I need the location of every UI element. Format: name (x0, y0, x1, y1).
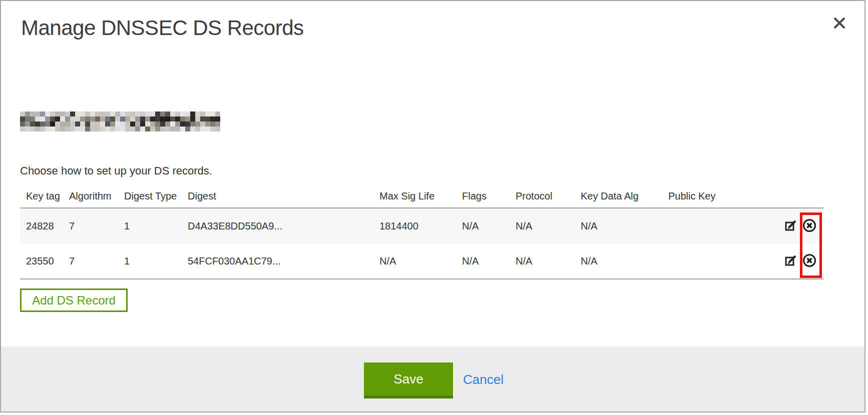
cell-protocol: N/A (516, 256, 581, 267)
cell-algorithm: 7 (69, 256, 124, 267)
column-header-algorithm: Algorithm (69, 190, 124, 202)
close-icon (832, 24, 847, 32)
edit-record-button[interactable] (784, 254, 798, 268)
cell-digest-type: 1 (124, 220, 188, 232)
cell-protocol: N/A (516, 220, 581, 232)
cell-max-sig-life: 1814400 (379, 220, 462, 232)
cell-key-data-alg: N/A (581, 220, 668, 232)
cancel-link[interactable]: Cancel (463, 372, 504, 388)
edit-record-button[interactable] (784, 220, 798, 234)
column-header-max-sig-life: Max Sig Life (379, 190, 462, 202)
cell-key-data-alg: N/A (581, 256, 668, 267)
delete-record-button[interactable] (802, 220, 816, 234)
column-header-flags: Flags (462, 190, 516, 202)
add-ds-record-button[interactable]: Add DS Record (20, 288, 128, 312)
cell-flags: N/A (462, 220, 516, 232)
edit-icon (785, 254, 797, 268)
cell-digest-type: 1 (124, 256, 188, 267)
ds-records-table: Key tag Algorithm Digest Type Digest Max… (20, 185, 823, 280)
page-title: Manage DNSSEC DS Records (21, 16, 304, 40)
column-header-digest: Digest (188, 190, 379, 202)
table-row: 24828 7 1 D4A33E8DD550A9... 1814400 N/A … (20, 208, 823, 244)
delete-circle-x-icon (802, 218, 816, 234)
dialog-footer: Save Cancel (1, 346, 864, 412)
cell-key-tag: 24828 (20, 220, 69, 232)
cell-flags: N/A (462, 256, 516, 267)
column-header-protocol: Protocol (516, 190, 581, 202)
close-button[interactable] (831, 15, 848, 32)
column-header-public-key: Public Key (668, 190, 776, 202)
table-header-row: Key tag Algorithm Digest Type Digest Max… (20, 185, 823, 208)
edit-icon (785, 220, 797, 234)
cell-digest: 54FCF030AA1C79... (188, 256, 379, 267)
column-header-key-data-alg: Key Data Alg (581, 190, 668, 202)
delete-record-button[interactable] (802, 254, 816, 268)
cell-algorithm: 7 (69, 220, 124, 232)
delete-circle-x-icon (802, 254, 816, 269)
redacted-domain-name (20, 112, 220, 132)
instructions-text: Choose how to set up your DS records. (20, 164, 212, 178)
cell-max-sig-life: N/A (379, 256, 462, 267)
cell-key-tag: 23550 (20, 256, 69, 267)
save-button[interactable]: Save (364, 362, 453, 398)
column-header-key-tag: Key tag (20, 190, 69, 202)
column-header-digest-type: Digest Type (124, 190, 188, 202)
table-row: 23550 7 1 54FCF030AA1C79... N/A N/A N/A … (20, 244, 823, 280)
dnssec-dialog: Manage DNSSEC DS Records Choose how to s… (0, 0, 865, 412)
cell-digest: D4A33E8DD550A9... (188, 220, 379, 232)
